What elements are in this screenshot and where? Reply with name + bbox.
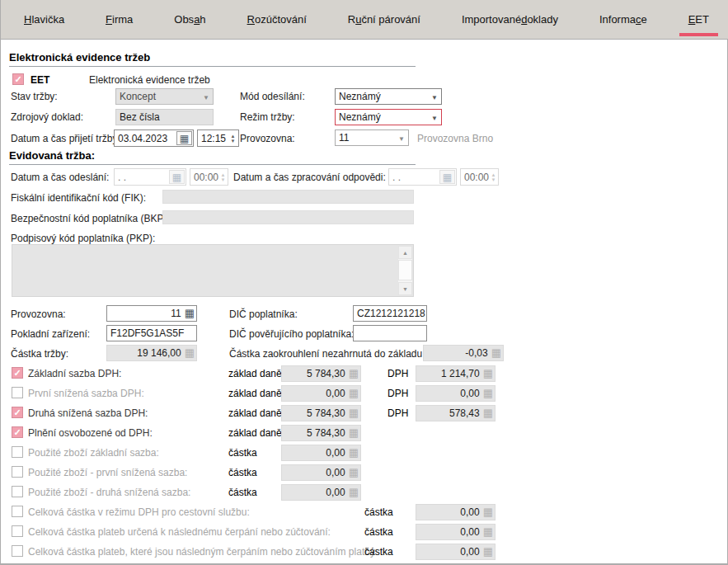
time-spinner: ▲▼ — [218, 169, 228, 185]
calendar-button[interactable] — [176, 131, 192, 145]
provozovna-top-label: Provozovna: — [240, 133, 295, 144]
calculator-icon — [349, 407, 359, 419]
scrollbar[interactable]: ▲ ▼ — [398, 246, 412, 295]
checkbox[interactable] — [12, 525, 23, 537]
calculator-icon — [349, 368, 359, 379]
section-title-elektronicka-evidence: Elektronická evidence tržeb — [9, 51, 416, 67]
castka-trzby-field: 19 146,00 — [106, 345, 197, 361]
chevron-down-icon — [431, 91, 438, 102]
calculator-icon[interactable] — [185, 308, 195, 319]
calculator-icon — [483, 526, 493, 538]
pouzite-row-zakladni: Použité zboží základní sazba: částka 0,0… — [1, 444, 728, 462]
dic-poverujici-label: DIČ pověřujícího poplatníka: — [229, 328, 354, 340]
odeslani-date-field: . . — [114, 168, 186, 186]
checkbox[interactable] — [12, 426, 23, 438]
checkbox[interactable] — [12, 387, 23, 398]
zaklad-dane-field: 5 784,30 — [281, 405, 361, 421]
calendar-icon — [180, 133, 189, 144]
section-title-evidovana-trzba: Evidovaná tržba: — [9, 149, 416, 165]
provozovna-field[interactable]: 11 — [106, 305, 197, 322]
pkp-label: Podpisový kód poplatníka (PKP): — [11, 233, 155, 244]
odeslani-label: Datum a čas odeslání: — [11, 172, 109, 183]
eet-checkbox-label: EET — [31, 74, 49, 86]
mod-odesilani-select[interactable]: Neznámý — [335, 88, 442, 105]
calendar-button — [439, 170, 455, 184]
datum-prijeti-label: Datum a čas přijetí tržby: — [11, 133, 120, 144]
calculator-icon — [349, 467, 359, 478]
bkp-field — [162, 210, 414, 224]
tab-bar: Hlavička Firma Obsah Rozúčtování Ruční p… — [1, 0, 728, 40]
eet-checkbox-desc: Elektronická evidence tržeb — [89, 74, 210, 86]
chevron-down-icon — [203, 91, 209, 102]
tab-importovane-doklady[interactable]: Importované doklady — [462, 0, 558, 39]
scroll-up-icon: ▲ — [402, 250, 408, 256]
calculator-icon — [349, 487, 359, 498]
calculator-icon — [483, 546, 493, 558]
celkova-row-cestovni: Celková částka v režimu DPH pro cestovní… — [1, 503, 728, 521]
zdrojovy-doklad-field: Bez čísla — [115, 109, 214, 125]
stav-trzby-label: Stav tržby: — [11, 91, 58, 102]
stav-trzby-select: Koncept — [115, 88, 214, 105]
dph-field: 1 214,70 — [416, 365, 496, 382]
time-spinner[interactable]: ▲▼ — [228, 130, 238, 146]
scrollbar-thumb[interactable] — [398, 260, 412, 280]
checkbox[interactable] — [12, 367, 23, 379]
castka-field: 0,00 — [281, 464, 361, 481]
tab-firma[interactable]: Firma — [106, 0, 133, 39]
rezim-trzby-select[interactable]: Neznámý — [335, 109, 442, 125]
datum-prijeti-date-field[interactable]: 03.04.2023 — [114, 129, 194, 147]
provozovna-note: Provozovna Brno — [417, 133, 493, 144]
dph-row-prvni-snizena: První snížená sazba DPH: základ daně 0,0… — [1, 384, 728, 403]
bkp-label: Bezpečnostní kód poplatníka (BKP): — [11, 213, 170, 224]
scroll-down-icon: ▼ — [402, 286, 408, 292]
checkbox[interactable] — [12, 545, 23, 557]
calculator-icon — [483, 506, 493, 518]
time-spinner: ▲▼ — [489, 169, 498, 185]
calendar-icon — [172, 172, 181, 183]
dic-poplatnika-field[interactable]: CZ1212121218 — [353, 305, 427, 322]
calculator-icon — [349, 388, 359, 399]
tab-hlavicka[interactable]: Hlavička — [24, 0, 64, 39]
tab-rucni-parovani[interactable]: Ruční párování — [348, 0, 420, 39]
castka-field: 0,00 — [281, 445, 361, 461]
pokladni-zarizeni-field[interactable]: F12DF5G1AS5F — [106, 325, 197, 341]
provozovna-top-select[interactable]: 11 — [335, 129, 409, 146]
checkbox[interactable] — [12, 486, 23, 497]
castka-field: 0,00 — [281, 484, 361, 501]
checkbox[interactable] — [12, 407, 23, 418]
zaklad-dane-field: 5 784,30 — [281, 365, 361, 382]
castka-field: 0,00 — [416, 504, 496, 520]
scrollbar-down-button[interactable]: ▼ — [398, 282, 412, 295]
checkbox[interactable] — [12, 446, 23, 458]
chevron-down-icon — [398, 132, 405, 144]
celkova-row-urcena: Celková částka plateb určená k následném… — [1, 523, 728, 541]
datum-prijeti-time-field[interactable]: 12:15 ▲▼ — [197, 129, 239, 147]
pouzite-row-druha: Použité zboží - druhá snížená sazba: čás… — [1, 483, 728, 501]
dph-row-zakladni: Základní sazba DPH: základ daně 5 784,30… — [1, 365, 728, 383]
scrollbar-up-button[interactable]: ▲ — [398, 246, 412, 259]
checkbox[interactable] — [12, 506, 23, 517]
castka-trzby-label: Částka tržby: — [11, 348, 68, 360]
rezim-trzby-label: Režim tržby: — [240, 111, 295, 123]
fik-label: Fiskální identifikační kód (FIK): — [11, 192, 146, 204]
checkbox[interactable] — [12, 466, 23, 478]
mod-odesilani-label: Mód odesílání: — [240, 91, 305, 102]
spinner-down-icon: ▼ — [221, 177, 226, 182]
zaklad-dane-field: 0,00 — [281, 385, 361, 402]
zpracovani-time-field: 00:00 ▲▼ — [460, 168, 499, 186]
spinner-down-icon: ▼ — [231, 139, 236, 144]
provozovna-label: Provozovna: — [11, 308, 66, 320]
tab-obsah[interactable]: Obsah — [174, 0, 205, 39]
eet-form-page: Hlavička Firma Obsah Rozúčtování Ruční p… — [0, 0, 728, 565]
calculator-icon — [349, 427, 359, 439]
pouzite-row-prvni: Použité zboží - první snížená sazba: čás… — [1, 464, 728, 482]
dic-poverujici-field[interactable] — [353, 325, 427, 341]
tab-rozuctovani[interactable]: Rozúčtování — [247, 0, 307, 39]
tab-eet[interactable]: EET — [688, 0, 709, 39]
calculator-icon — [349, 447, 359, 459]
tab-informace[interactable]: Informace — [599, 0, 647, 39]
zaklad-dane-field: 5 784,30 — [281, 425, 361, 441]
chevron-down-icon — [431, 111, 438, 123]
celkova-row-nasledne: Celková částka plateb, které jsou násled… — [1, 543, 728, 561]
eet-checkbox[interactable] — [12, 73, 24, 85]
